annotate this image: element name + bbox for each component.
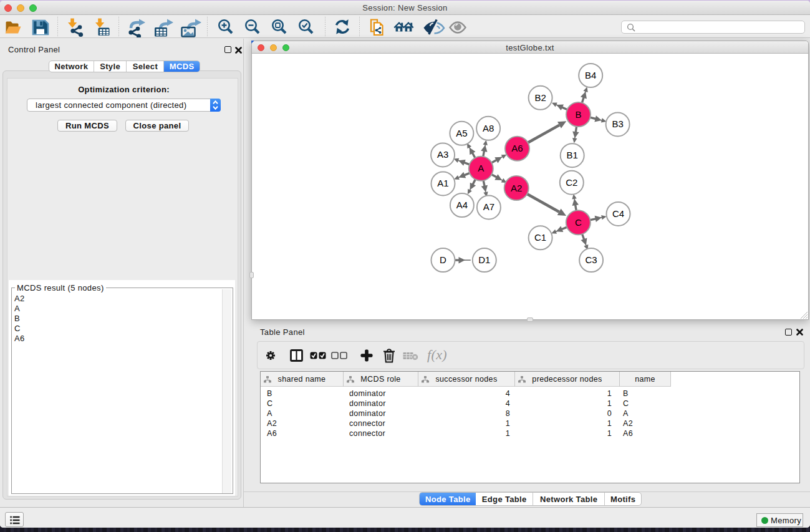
svg-text:D1: D1 (478, 254, 490, 265)
svg-text:C4: C4 (612, 208, 624, 219)
svg-text:C: C (575, 217, 582, 228)
svg-text:C3: C3 (586, 254, 597, 265)
svg-text:A7: A7 (483, 201, 494, 212)
svg-text:A3: A3 (437, 149, 448, 160)
svg-text:B3: B3 (612, 118, 623, 129)
svg-text:A8: A8 (483, 123, 494, 133)
svg-text:A: A (478, 163, 484, 173)
svg-text:D: D (440, 254, 446, 265)
svg-text:A1: A1 (437, 178, 448, 188)
svg-text:A2: A2 (511, 183, 522, 193)
svg-text:B: B (575, 109, 581, 120)
svg-text:C2: C2 (566, 177, 577, 188)
svg-text:A4: A4 (456, 200, 468, 210)
svg-text:B1: B1 (567, 150, 578, 160)
svg-text:B2: B2 (534, 92, 546, 103)
svg-text:A6: A6 (511, 143, 523, 153)
svg-text:C1: C1 (534, 232, 546, 243)
svg-text:A5: A5 (456, 128, 467, 138)
svg-text:B4: B4 (585, 70, 596, 80)
